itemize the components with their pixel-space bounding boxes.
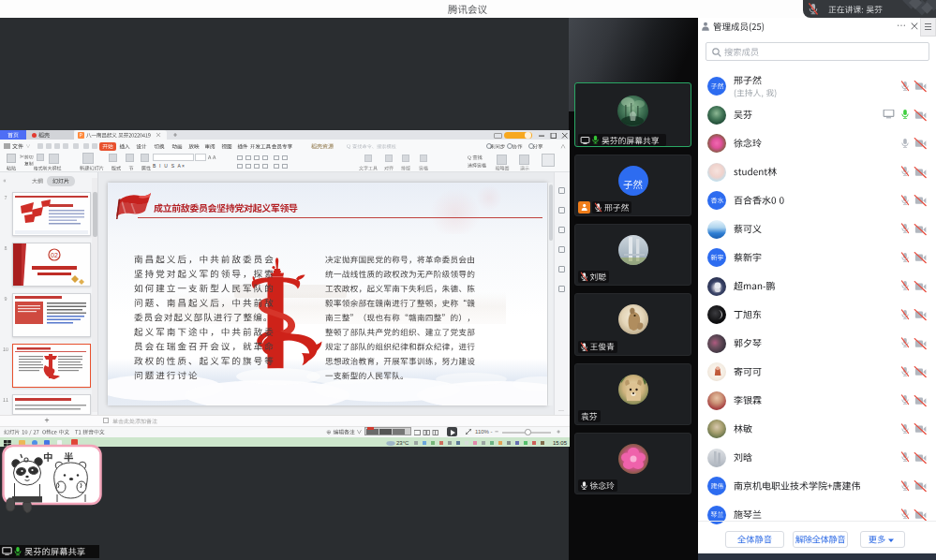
svg-text:02: 02 <box>51 252 58 258</box>
